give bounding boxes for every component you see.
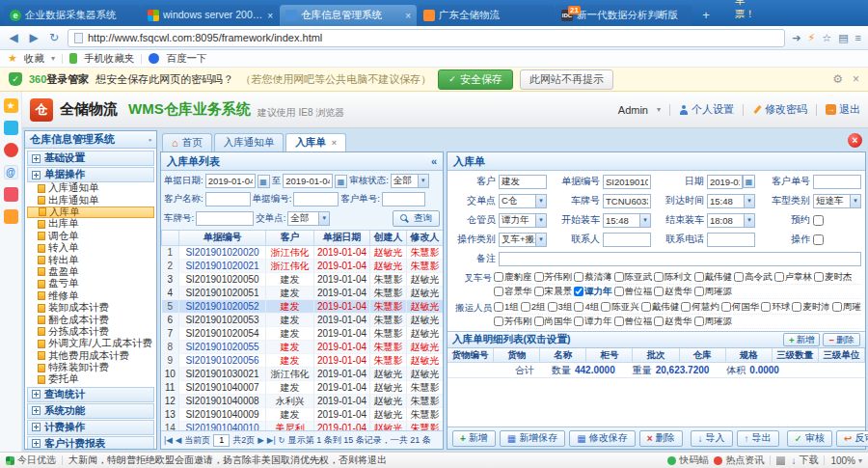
- sidebar-item[interactable]: 维修单: [27, 290, 154, 302]
- toolbar-button[interactable]: 修改保存: [569, 430, 635, 447]
- expand-icon[interactable]: [32, 390, 41, 399]
- first-page-icon[interactable]: |◀: [164, 435, 173, 445]
- last-page-icon[interactable]: ▶|: [267, 435, 276, 445]
- expand-icon[interactable]: [32, 171, 41, 179]
- col-customer[interactable]: 客户: [266, 231, 314, 245]
- refresh-icon[interactable]: ↻: [47, 31, 61, 44]
- taobao-app-icon[interactable]: [4, 209, 18, 224]
- toolbar-button[interactable]: 新增保存: [500, 430, 565, 447]
- downloads-button[interactable]: ↓ 下载: [791, 454, 818, 467]
- tab-inbound-order[interactable]: 入库单 ×: [285, 133, 346, 151]
- browser-tab-3-active[interactable]: 仓库信息管理系统 ×: [280, 5, 417, 26]
- sidebar-item[interactable]: 其他费用成本计费: [27, 349, 154, 361]
- toolbar-button[interactable]: 审核: [787, 430, 832, 447]
- forklift-checkbox[interactable]: 曾位福: [614, 286, 653, 298]
- customer-field[interactable]: [499, 175, 547, 189]
- porter-checkbox[interactable]: 赵贵华: [654, 316, 692, 328]
- doc-no-cell[interactable]: SI201901020021: [179, 259, 266, 272]
- reload-icon[interactable]: ↻: [279, 435, 285, 445]
- porter-checkbox[interactable]: 芳伟刚: [494, 316, 532, 328]
- col-index[interactable]: [162, 231, 179, 245]
- remark-field[interactable]: [499, 252, 861, 266]
- toolbar-button[interactable]: 删除: [639, 430, 683, 447]
- arrival-time-select[interactable]: 15:48▼: [707, 194, 755, 208]
- mail-at-icon[interactable]: @: [4, 165, 18, 179]
- detail-add-button[interactable]: +新增: [783, 333, 821, 346]
- sidebar-item[interactable]: 转出单: [27, 254, 154, 265]
- forklift-checkbox[interactable]: 陈亚武: [614, 271, 653, 284]
- sidebar-item[interactable]: 出库单: [27, 218, 154, 230]
- sidebar-item[interactable]: 入库通知单: [27, 182, 154, 194]
- username[interactable]: Admin: [618, 104, 648, 116]
- table-row[interactable]: 10 SI201901030021 浙江伟化 2019-01-04 赵敏光 赵敏…: [162, 367, 444, 380]
- detail-column-header[interactable]: 规格: [726, 348, 773, 362]
- pin-icon[interactable]: ▪: [149, 135, 151, 145]
- audit-status-select[interactable]: 全部 ▼: [391, 174, 429, 188]
- sidebar-item[interactable]: 装卸成本计费: [27, 302, 154, 314]
- browser-tab-5[interactable]: IDC 21 新一代数据分析判断版: [556, 5, 692, 26]
- contact-field[interactable]: [603, 233, 651, 247]
- porter-checkbox[interactable]: 周璀源: [694, 316, 733, 328]
- contact-phone-field[interactable]: [707, 233, 755, 247]
- doc-no-cell[interactable]: SI201901040007: [179, 380, 266, 394]
- reserve-checkbox[interactable]: [813, 215, 824, 226]
- table-row[interactable]: 13 SI201901040009 建发 2019-01-04 赵敏光 朱慧影: [162, 407, 444, 421]
- browser-tab-2[interactable]: windows server 2008 显示剛 ×: [142, 5, 279, 26]
- personal-settings-link[interactable]: 个人设置: [679, 102, 734, 117]
- ticket-promo[interactable]: 今日开抢腊月廿八车票！: [735, 0, 755, 21]
- doc-no-cell[interactable]: SI201901020053: [179, 313, 266, 326]
- sidebar-section-basic[interactable]: 基础设置: [27, 151, 154, 166]
- forklift-checkbox[interactable]: 高令武: [734, 271, 773, 284]
- sidebar-item[interactable]: 出库通知单: [27, 194, 154, 206]
- doc-no-input[interactable]: [293, 192, 339, 206]
- detail-table-body[interactable]: [448, 378, 865, 427]
- operation-type-select[interactable]: 叉车+搬运▼: [499, 233, 547, 247]
- sidebar-item[interactable]: 盘亏单: [27, 278, 154, 289]
- sidebar-section-system[interactable]: 系统功能: [27, 403, 154, 419]
- save-password-button[interactable]: ✓ 安全保存: [438, 69, 513, 90]
- sidebar-item[interactable]: 盘盈单: [27, 266, 154, 278]
- doc-no-cell[interactable]: SI201901020020: [179, 245, 266, 259]
- logout-link[interactable]: → 退出: [826, 102, 860, 117]
- favorite-star-icon[interactable]: ☆: [822, 32, 831, 44]
- date-to-input[interactable]: [283, 174, 333, 188]
- customer-ref-field[interactable]: [813, 175, 861, 189]
- close-all-icon[interactable]: ×: [848, 133, 862, 148]
- detail-column-header[interactable]: 三级单位: [819, 348, 865, 362]
- porter-checkbox[interactable]: 1组: [494, 301, 519, 314]
- vehicle-type-select[interactable]: 短途车▼: [813, 194, 861, 208]
- sidebar-section-reports[interactable]: 客户计费报表: [27, 436, 154, 449]
- menu-icon[interactable]: ≡: [855, 32, 861, 43]
- table-row[interactable]: 5 SI201901020052 建发 2019-01-04 朱慧影 赵敏光: [162, 299, 444, 313]
- table-row[interactable]: 9 SI201901020056 建发 2019-01-04 朱慧影 赵敏光: [162, 353, 444, 367]
- toolbar-button[interactable]: 新增: [452, 430, 496, 447]
- news-ticker[interactable]: 大新闻，特朗普拒绝欧盟会面邀请，扬言除非美国取消优先权，否则将退出: [68, 454, 662, 467]
- tab-close-icon[interactable]: ×: [405, 11, 411, 21]
- detail-column-header[interactable]: 仓库: [680, 348, 726, 362]
- doc-no-cell[interactable]: SI201901020052: [179, 299, 266, 313]
- favorites-star-icon[interactable]: ★: [4, 98, 18, 113]
- sidebar-item[interactable]: 转入单: [27, 242, 154, 254]
- delivery-point-select[interactable]: C仓▼: [499, 194, 547, 208]
- collapse-icon[interactable]: «: [431, 155, 437, 167]
- expand-icon[interactable]: [32, 406, 41, 415]
- sidebar-item[interactable]: 委托单: [27, 373, 154, 385]
- shop-app-icon[interactable]: [4, 187, 18, 202]
- chevron-down-icon[interactable]: ▾: [51, 54, 55, 63]
- col-modifier[interactable]: 修改人: [407, 231, 444, 245]
- porter-checkbox[interactable]: 2组: [521, 301, 546, 314]
- expand-icon[interactable]: [32, 423, 41, 431]
- bookmark-baidu[interactable]: 百度一下: [166, 52, 206, 66]
- forklift-checkbox[interactable]: 谭力年: [574, 286, 612, 298]
- new-tab-button[interactable]: +: [697, 7, 715, 24]
- forklift-checkbox[interactable]: 赵贵华: [654, 286, 692, 298]
- detail-column-header[interactable]: 批次: [633, 348, 679, 362]
- next-page-icon[interactable]: ▶: [258, 435, 264, 445]
- zoom-level[interactable]: 100% ▾: [830, 455, 862, 466]
- detail-column-header[interactable]: 柜号: [586, 348, 633, 362]
- hot-news-tool[interactable]: 热点资讯: [714, 454, 764, 467]
- sidebar-item[interactable]: 分拣成本计费: [27, 326, 154, 338]
- doc-no-cell[interactable]: SI201901030021: [179, 367, 266, 380]
- detail-column-header[interactable]: 货物: [494, 348, 540, 362]
- doc-no-cell[interactable]: SI201901020051: [179, 286, 266, 299]
